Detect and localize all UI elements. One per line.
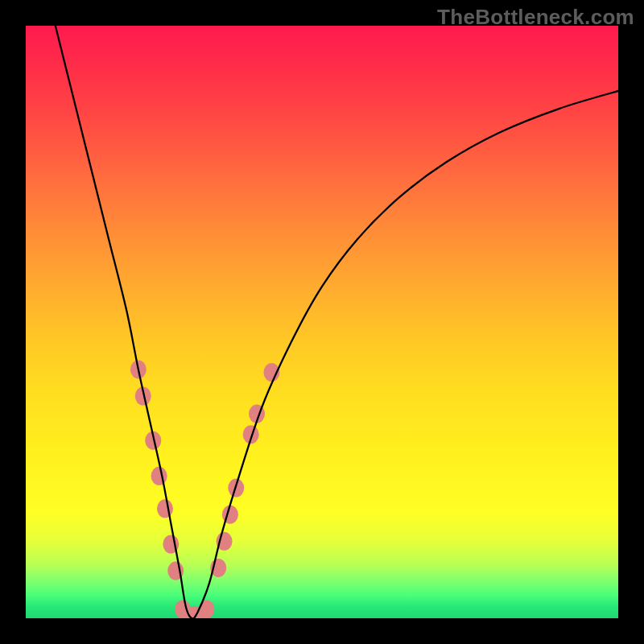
curve-beads-group [130, 360, 280, 618]
curve-bead [198, 600, 214, 618]
chart-svg [26, 26, 618, 618]
bottleneck-curve [56, 26, 618, 618]
plot-area [26, 26, 618, 618]
curve-bead [151, 467, 167, 485]
curve-bead [157, 499, 173, 518]
chart-frame: TheBottleneck.com [0, 0, 644, 644]
